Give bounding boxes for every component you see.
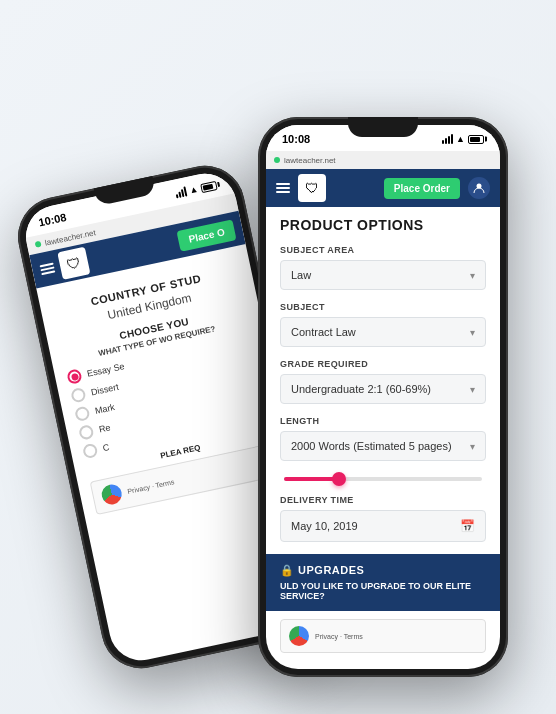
front-content: PRODUCT OPTIONS SUBJECT AREA Law ▾ SUBJE…: [266, 207, 500, 663]
length-label: LENGTH: [280, 416, 486, 426]
front-nav-bar: 🛡 Place Order: [266, 169, 500, 207]
front-status-icons: ▲: [442, 134, 484, 144]
signal-bars-icon: [175, 186, 188, 198]
grade-select[interactable]: Undergraduate 2:1 (60-69%) ▾: [280, 374, 486, 404]
front-wifi-icon: ▲: [456, 134, 465, 144]
length-arrow-icon: ▾: [470, 441, 475, 452]
front-screen: 10:08 ▲ lawteacher.net: [266, 125, 500, 669]
front-battery-icon: [468, 135, 484, 144]
radio-circle-1: [66, 368, 83, 385]
back-time: 10:08: [37, 211, 67, 229]
length-select[interactable]: 2000 Words (Estimated 5 pages) ▾: [280, 431, 486, 461]
radio-label-1: Essay Se: [86, 361, 125, 379]
front-recaptcha-icon: [289, 626, 309, 646]
front-url: lawteacher.net: [284, 156, 336, 165]
front-menu-icon[interactable]: [276, 183, 290, 193]
subject-area-arrow-icon: ▾: [470, 270, 475, 281]
menu-icon[interactable]: [40, 263, 56, 276]
length-slider[interactable]: [280, 473, 486, 491]
radio-label-5: C: [102, 442, 110, 453]
radio-label-2: Dissert: [90, 382, 119, 398]
recaptcha-text: Privacy · Terms: [127, 478, 175, 495]
subject-area-label: SUBJECT AREA: [280, 245, 486, 255]
front-place-order-button[interactable]: Place Order: [384, 178, 460, 199]
radio-circle-3: [74, 405, 91, 422]
radio-circle-5: [82, 443, 99, 460]
delivery-value: May 10, 2019: [291, 520, 358, 532]
grade-value: Undergraduate 2:1 (60-69%): [291, 383, 431, 395]
front-time: 10:08: [282, 133, 310, 145]
subject-value: Contract Law: [291, 326, 356, 338]
length-value: 2000 Words (Estimated 5 pages): [291, 440, 452, 452]
front-secure-icon: [274, 157, 280, 163]
front-recaptcha-text: Privacy · Terms: [315, 633, 363, 640]
secure-icon: [35, 241, 42, 248]
product-options-title: PRODUCT OPTIONS: [280, 217, 486, 233]
wifi-icon: ▲: [188, 184, 199, 196]
subject-area-value: Law: [291, 269, 311, 281]
upgrades-section: 🔒 UPGRADES ULD YOU LIKE TO UPGRADE TO OU…: [266, 554, 500, 611]
calendar-icon: 📅: [460, 519, 475, 533]
grade-arrow-icon: ▾: [470, 384, 475, 395]
front-phone: 10:08 ▲ lawteacher.net: [258, 117, 508, 677]
user-account-icon[interactable]: [468, 177, 490, 199]
shield-icon: 🛡: [57, 247, 90, 280]
delivery-date-field[interactable]: May 10, 2019 📅: [280, 510, 486, 542]
back-status-icons: ▲: [175, 180, 218, 198]
delivery-label: DELIVERY TIME: [280, 495, 486, 505]
radio-circle-4: [78, 424, 95, 441]
radio-label-3: Mark: [94, 402, 116, 416]
upgrades-question: ULD YOU LIKE TO UPGRADE TO OUR ELITE SER…: [280, 581, 486, 601]
battery-icon: [200, 180, 218, 192]
front-logo: 🛡: [298, 174, 376, 202]
upgrades-title: 🔒 UPGRADES: [280, 564, 486, 577]
front-signal-icon: [442, 134, 453, 144]
subject-area-select[interactable]: Law ▾: [280, 260, 486, 290]
front-shield-icon: 🛡: [298, 174, 326, 202]
subject-arrow-icon: ▾: [470, 327, 475, 338]
grade-label: GRADE REQUIRED: [280, 359, 486, 369]
place-order-button[interactable]: Place O: [177, 219, 237, 251]
phones-container: 10:08 ▲ lawteacher.net: [38, 27, 518, 687]
front-notch: [348, 117, 418, 137]
front-url-bar: lawteacher.net: [266, 151, 500, 169]
radio-label-4: Re: [98, 422, 111, 434]
radio-circle-2: [70, 387, 87, 404]
subject-label: SUBJECT: [280, 302, 486, 312]
subject-select[interactable]: Contract Law ▾: [280, 317, 486, 347]
recaptcha-front: Privacy · Terms: [280, 619, 486, 653]
recaptcha-icon: [100, 483, 124, 507]
